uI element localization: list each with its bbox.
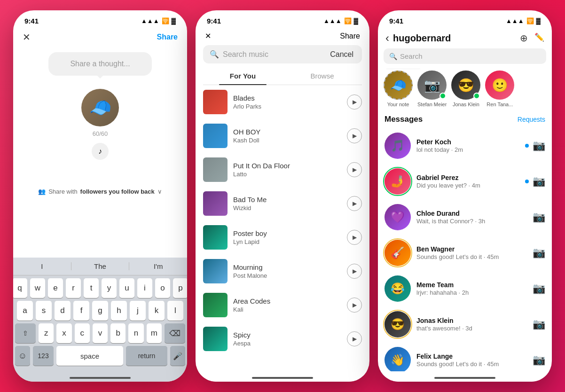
keyboard[interactable]: I The I'm q w e r t y u i o p a s d xyxy=(13,258,187,382)
close-button-1[interactable]: ✕ xyxy=(23,31,31,43)
msg-ring-6 xyxy=(383,310,412,339)
play-button-6[interactable]: ▶ xyxy=(347,264,362,279)
story-stefan[interactable]: 📷 Beach day 🌴 Stefan Meier xyxy=(417,71,447,107)
song-item-7[interactable]: Area Codes Kali ▶ xyxy=(196,288,369,322)
key-r[interactable]: r xyxy=(66,278,81,298)
song-item-3[interactable]: Put It On Da Floor Latto ▶ xyxy=(196,153,369,187)
msg-preview-7: Sounds good! Let's do it · 45m xyxy=(416,361,527,368)
messages-search-bar[interactable]: 🔍 Search xyxy=(384,48,546,64)
song-title-3: Put It On Da Floor xyxy=(233,162,341,170)
num-key[interactable]: 123 xyxy=(33,346,54,366)
camera-icon-1[interactable]: 📷 xyxy=(533,140,545,152)
thought-bubble[interactable]: Share a thought... xyxy=(48,52,152,76)
return-key[interactable]: return xyxy=(126,346,167,366)
top-bar-3: ‹ hugobernard ⊕ ✏️ xyxy=(378,28,552,48)
key-y[interactable]: y xyxy=(102,278,117,298)
key-u[interactable]: u xyxy=(119,278,134,298)
key-l[interactable]: l xyxy=(167,301,183,321)
key-d[interactable]: d xyxy=(55,301,71,321)
key-row-4: ☺ 123 space return 🎤 xyxy=(15,346,185,366)
mic-key[interactable]: 🎤 xyxy=(170,346,185,366)
key-h[interactable]: h xyxy=(111,301,127,321)
story-ren[interactable]: 🙂 Already excited for halloween Ren Tana… xyxy=(485,71,514,107)
msg-name-2: Gabriel Perez xyxy=(416,174,519,181)
key-x[interactable]: x xyxy=(56,323,71,343)
key-c[interactable]: c xyxy=(75,323,90,343)
song-item-1[interactable]: Blades Arlo Parks ▶ xyxy=(196,85,369,119)
status-bar-3: 9:41 ▲▲▲ 🛜 ▓ xyxy=(378,10,552,28)
jonas-online-dot xyxy=(473,93,480,99)
tab-browse[interactable]: Browse xyxy=(282,67,362,85)
share-button-2[interactable]: Share xyxy=(340,32,360,40)
key-v[interactable]: v xyxy=(93,323,108,343)
play-button-7[interactable]: ▶ xyxy=(347,298,362,313)
tab-for-you[interactable]: For You xyxy=(203,67,282,85)
edit-icon[interactable]: ✏️ xyxy=(534,32,544,44)
backspace-key[interactable]: ⌫ xyxy=(165,323,185,343)
song-item-8[interactable]: Spicy Aespa ▶ xyxy=(196,322,369,356)
play-button-1[interactable]: ▶ xyxy=(347,94,362,110)
play-button-5[interactable]: ▶ xyxy=(347,230,362,245)
music-search-input[interactable] xyxy=(223,50,326,59)
key-g[interactable]: g xyxy=(92,301,108,321)
story-your-note[interactable]: 🧢 Blades Arlo Parks mood 🔥 Your note xyxy=(384,71,413,107)
suggestion-1[interactable]: I xyxy=(13,262,71,270)
song-item-4[interactable]: Bad To Me Wizkid ▶ xyxy=(196,187,369,220)
song-item-5[interactable]: Poster boy Lyn Lapid ▶ xyxy=(196,220,369,254)
camera-icon-2[interactable]: 📷 xyxy=(533,175,545,188)
camera-icon-6[interactable]: 📷 xyxy=(533,318,545,330)
camera-icon-3[interactable]: 📷 xyxy=(533,211,545,223)
msg-item-6[interactable]: 😎 Jonas Klein that's awesome! · 3d 📷 xyxy=(378,306,552,342)
camera-icon-4[interactable]: 📷 xyxy=(533,247,545,259)
play-button-8[interactable]: ▶ xyxy=(347,331,362,346)
msg-item-4[interactable]: 🎸 Ben Wagner Sounds good! Let's do it · … xyxy=(378,235,552,271)
msg-item-3[interactable]: 💜 Chloe Durand Wait, is that Connor? · 3… xyxy=(378,199,552,235)
music-search-bar[interactable]: 🔍 Cancel xyxy=(203,45,362,63)
back-button[interactable]: ‹ xyxy=(385,31,389,45)
key-o[interactable]: o xyxy=(155,278,170,298)
add-chat-icon[interactable]: ⊕ xyxy=(520,32,528,44)
key-e[interactable]: e xyxy=(48,278,63,298)
suggestion-3[interactable]: I'm xyxy=(129,262,187,270)
share-with-row[interactable]: 👥 Share with followers you follow back ∨ xyxy=(13,188,187,195)
play-button-4[interactable]: ▶ xyxy=(347,196,362,211)
key-t[interactable]: t xyxy=(84,278,99,298)
key-w[interactable]: w xyxy=(30,278,45,298)
key-b[interactable]: b xyxy=(110,323,126,343)
your-note-text: Blades Arlo Parks mood 🔥 xyxy=(385,69,422,69)
space-key[interactable]: space xyxy=(56,346,123,366)
cancel-button[interactable]: Cancel xyxy=(330,50,355,59)
camera-icon-7[interactable]: 📷 xyxy=(533,354,545,366)
key-m[interactable]: m xyxy=(147,323,162,343)
story-jonas-k[interactable]: 😎 Watermelon is the best fruit 🍉 Jonas K… xyxy=(451,71,480,107)
key-j[interactable]: j xyxy=(130,301,146,321)
play-button-2[interactable]: ▶ xyxy=(347,128,362,143)
msg-avatar-6: 😎 xyxy=(385,311,411,337)
camera-icon-5[interactable]: 📷 xyxy=(533,282,545,295)
shift-key[interactable]: ⇧ xyxy=(15,323,36,343)
requests-link[interactable]: Requests xyxy=(518,116,545,123)
share-button-1[interactable]: Share xyxy=(157,33,178,41)
msg-ring-2 xyxy=(383,167,412,196)
music-button[interactable]: ♪ xyxy=(92,143,109,160)
emoji-key[interactable]: ☺ xyxy=(15,346,30,366)
key-p[interactable]: p xyxy=(173,278,187,298)
key-a[interactable]: a xyxy=(17,301,33,321)
song-item-2[interactable]: OH BOY Kash Doll ▶ xyxy=(196,119,369,153)
key-z[interactable]: z xyxy=(39,323,54,343)
close-button-2[interactable]: ✕ xyxy=(205,31,211,40)
play-button-3[interactable]: ▶ xyxy=(347,162,362,177)
key-q[interactable]: q xyxy=(13,278,27,298)
song-item-6[interactable]: Mourning Post Malone ▶ xyxy=(196,254,369,288)
key-k[interactable]: k xyxy=(149,301,165,321)
key-s[interactable]: s xyxy=(36,301,52,321)
msg-item-5[interactable]: 😂 Meme Team lrjvr: hahahaha · 2h 📷 xyxy=(378,271,552,306)
key-i[interactable]: i xyxy=(137,278,152,298)
key-n[interactable]: n xyxy=(128,323,143,343)
msg-item-7[interactable]: 👋 Felix Lange Sounds good! Let's do it ·… xyxy=(378,342,552,371)
song-title-7: Area Codes xyxy=(233,297,341,305)
suggestion-2[interactable]: The xyxy=(71,262,130,270)
key-f[interactable]: f xyxy=(73,301,89,321)
msg-item-1[interactable]: 🎵 Peter Koch lol not today · 2m 📷 xyxy=(378,128,552,164)
msg-item-2[interactable]: 🤳 Gabriel Perez Did you leave yet? · 4m … xyxy=(378,164,552,199)
